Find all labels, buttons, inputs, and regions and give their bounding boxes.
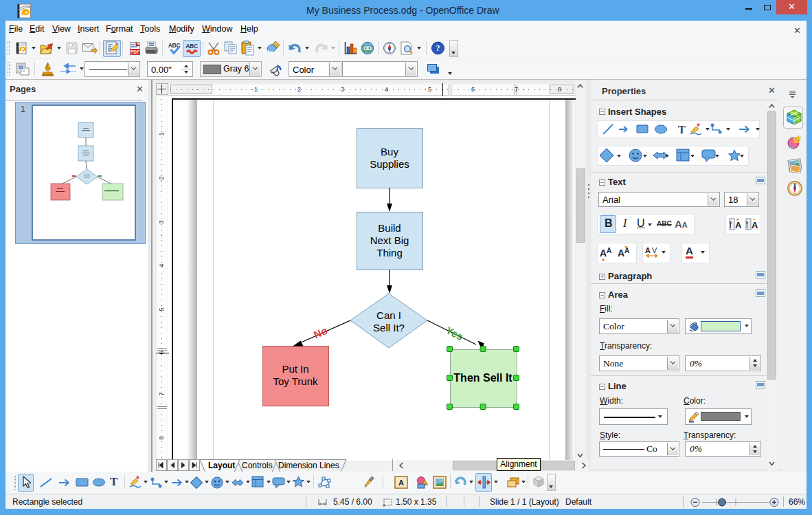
svg-text:Then Sell It: Then Sell It (453, 372, 512, 384)
svg-text:Toy Trunk: Toy Trunk (273, 375, 318, 387)
svg-text:Build: Build (378, 222, 401, 234)
svg-text:A: A (752, 220, 758, 230)
svg-text:?: ? (436, 43, 440, 53)
svg-text:Thing: Thing (376, 247, 403, 259)
svg-text:A: A (735, 220, 742, 230)
svg-text:ABC: ABC (185, 43, 198, 50)
svg-text:Supplies: Supplies (370, 158, 409, 170)
svg-text:T: T (678, 124, 686, 135)
svg-text:A: A (607, 247, 611, 254)
svg-text:N: N (793, 182, 796, 186)
svg-text:Can I: Can I (376, 309, 401, 321)
svg-text:A: A (624, 247, 629, 254)
svg-text:Sell It?: Sell It? (373, 322, 405, 333)
svg-text:PDF: PDF (131, 50, 139, 54)
svg-text:Yes: Yes (444, 324, 465, 342)
svg-text:A: A (398, 479, 404, 487)
svg-text:A: A (600, 248, 607, 259)
svg-text:A: A (618, 248, 624, 259)
svg-text:Buy: Buy (381, 146, 398, 157)
svg-text:No: No (312, 325, 329, 341)
svg-text:A: A (645, 246, 651, 254)
svg-text:V: V (652, 246, 657, 254)
svg-text:Put In: Put In (282, 363, 308, 375)
svg-text:Next Big: Next Big (370, 234, 409, 246)
